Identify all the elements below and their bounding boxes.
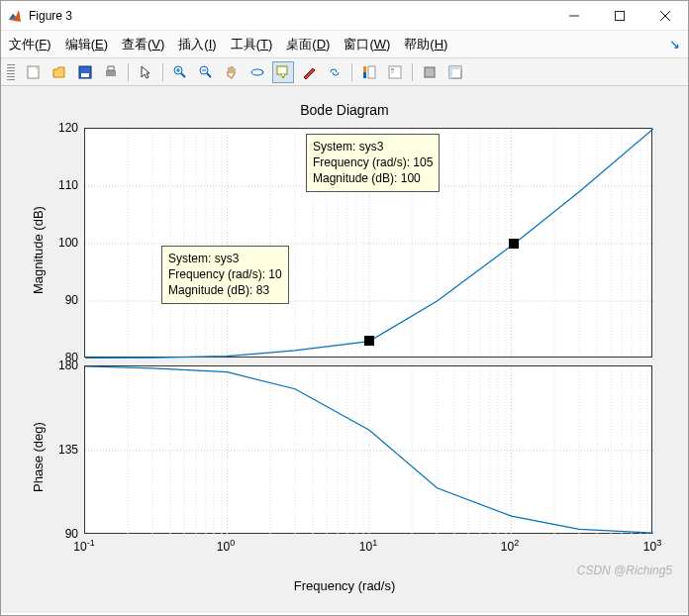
- xtick: 100: [217, 538, 235, 554]
- xtick: 101: [359, 538, 377, 554]
- phase-ytick: 180: [29, 359, 78, 372]
- mag-ytick: 100: [29, 236, 78, 250]
- toolbar: [1, 58, 688, 86]
- magnitude-ylabel: Magnitude (dB): [31, 206, 46, 294]
- datatip-line: Frequency (rad/s): 105: [313, 154, 433, 170]
- xtick: 103: [643, 538, 661, 554]
- datatip-marker[interactable]: [509, 239, 519, 249]
- zoom-out-icon[interactable]: [195, 61, 217, 83]
- svg-rect-27: [449, 66, 461, 69]
- link-icon[interactable]: [324, 61, 345, 83]
- datatip-marker[interactable]: [364, 336, 374, 346]
- datatip-line: System: sys3: [168, 251, 282, 266]
- datatip-line: Magnitude (dB): 83: [168, 282, 282, 298]
- svg-rect-8: [108, 66, 114, 70]
- menu-file[interactable]: 文件(F): [9, 36, 51, 53]
- open-icon[interactable]: [49, 61, 70, 83]
- mag-ytick: 110: [29, 178, 78, 192]
- xtick: 102: [501, 538, 519, 554]
- svg-rect-1: [616, 11, 625, 20]
- xtick: 10-1: [73, 538, 94, 554]
- phase-ytick: 90: [29, 527, 78, 541]
- figure-area: Bode Diagram Magnitude (dB) Phase (deg) …: [1, 86, 688, 613]
- colorbar-icon[interactable]: [358, 61, 380, 83]
- datatip[interactable]: System: sys3 Frequency (rad/s): 105 Magn…: [306, 134, 440, 192]
- save-icon[interactable]: [74, 61, 96, 83]
- rotate3d-icon[interactable]: [246, 61, 268, 83]
- svg-rect-17: [277, 66, 287, 74]
- menu-view[interactable]: 查看(V): [122, 36, 164, 53]
- menubar: 文件(F) 编辑(E) 查看(V) 插入(I) 工具(T) 桌面(D) 窗口(W…: [1, 31, 688, 58]
- menu-desktop[interactable]: 桌面(D): [286, 36, 330, 53]
- svg-line-10: [181, 73, 185, 77]
- datatip-icon[interactable]: [272, 61, 294, 83]
- watermark: CSDN @Riching5: [577, 564, 672, 577]
- menu-extras-icon[interactable]: ↘: [669, 37, 680, 51]
- svg-rect-24: [425, 67, 435, 77]
- legend-icon[interactable]: [384, 61, 406, 83]
- svg-line-14: [207, 73, 211, 77]
- svg-rect-6: [81, 73, 89, 77]
- svg-rect-20: [368, 66, 375, 78]
- svg-rect-21: [389, 66, 401, 78]
- datatip-line: Magnitude (dB): 100: [313, 170, 433, 186]
- mag-ytick: 90: [29, 293, 78, 307]
- datatip-line: Frequency (rad/s): 10: [168, 266, 282, 282]
- menu-insert[interactable]: 插入(I): [178, 36, 216, 53]
- menu-edit[interactable]: 编辑(E): [65, 36, 108, 53]
- svg-rect-7: [106, 70, 116, 76]
- minimize-button[interactable]: [551, 1, 597, 31]
- datatip-line: System: sys3: [313, 139, 433, 154]
- show-plot-tools-icon[interactable]: [444, 61, 466, 83]
- phase-ytick: 135: [29, 443, 78, 457]
- zoom-in-icon[interactable]: [169, 61, 191, 83]
- datatip[interactable]: System: sys3 Frequency (rad/s): 10 Magni…: [161, 246, 289, 304]
- maximize-button[interactable]: [597, 1, 642, 31]
- pan-icon[interactable]: [221, 61, 243, 83]
- svg-rect-19: [363, 72, 366, 78]
- close-button[interactable]: [642, 1, 688, 31]
- pointer-icon[interactable]: [135, 61, 156, 83]
- phase-svg: [85, 366, 653, 535]
- xlabel: Frequency (rad/s): [1, 578, 688, 593]
- menu-tools[interactable]: 工具(T): [231, 36, 273, 53]
- phase-plot[interactable]: [84, 365, 652, 534]
- hide-plot-tools-icon[interactable]: [419, 61, 441, 83]
- mag-ytick: 120: [29, 121, 78, 135]
- chart-title: Bode Diagram: [1, 102, 688, 118]
- brush-icon[interactable]: [298, 61, 320, 83]
- matlab-icon: [7, 8, 23, 24]
- titlebar: Figure 3: [1, 1, 688, 31]
- toolbar-grip[interactable]: [7, 64, 15, 80]
- print-icon[interactable]: [100, 61, 122, 83]
- menu-help[interactable]: 帮助(H): [404, 36, 447, 53]
- new-figure-icon[interactable]: [23, 61, 45, 83]
- window-title: Figure 3: [29, 9, 551, 23]
- menu-window[interactable]: 窗口(W): [344, 36, 390, 53]
- phase-ylabel: Phase (deg): [31, 422, 46, 492]
